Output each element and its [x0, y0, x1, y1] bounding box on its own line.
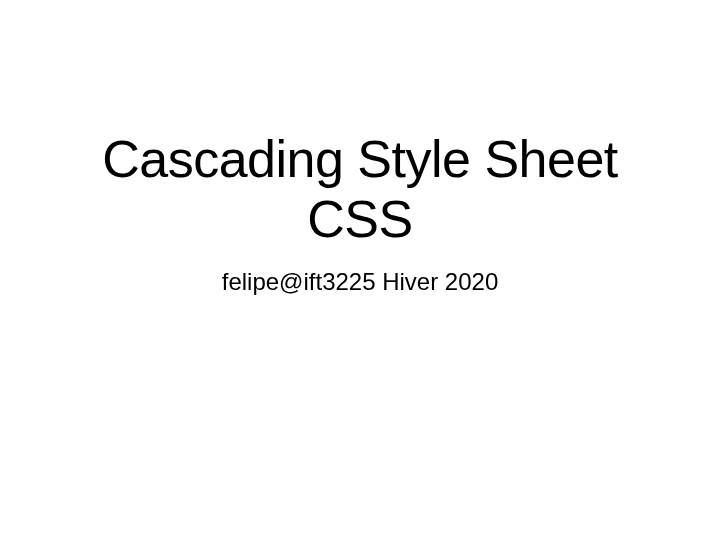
- slide-subtitle: felipe@ift3225 Hiver 2020: [222, 268, 499, 296]
- title-line-1: Cascading Style Sheet: [102, 130, 618, 190]
- slide-title: Cascading Style Sheet CSS: [102, 130, 618, 250]
- title-line-2: CSS: [102, 190, 618, 250]
